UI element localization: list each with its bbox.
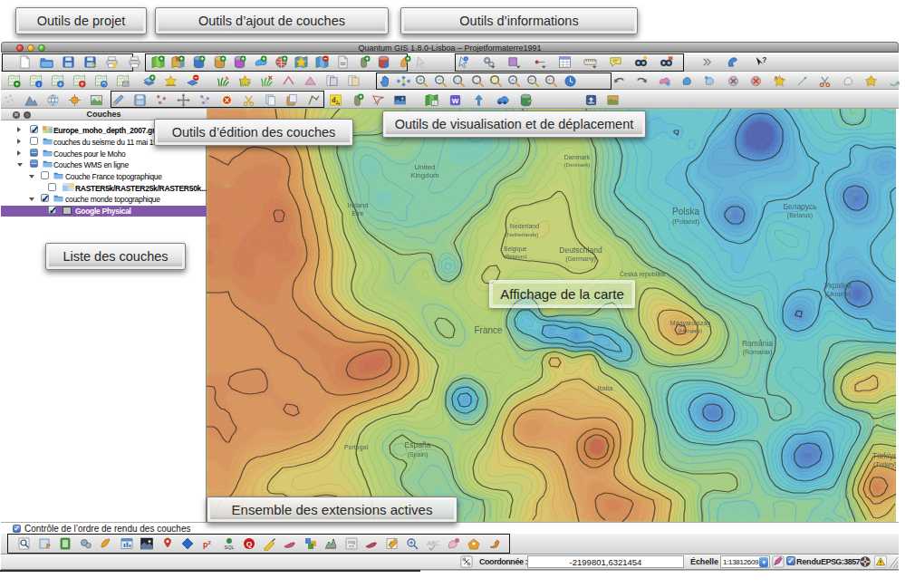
svg-text:Eire: Eire — [352, 209, 363, 217]
svg-text:P: P — [46, 543, 51, 549]
svg-text:(Belarus): (Belarus) — [787, 212, 813, 219]
svg-text:(Germany): (Germany) — [565, 255, 595, 263]
svg-text:Portugal: Portugal — [344, 444, 369, 451]
svg-text:România: România — [742, 339, 773, 348]
svg-text:W: W — [451, 97, 458, 105]
svg-text:ABC: ABC — [426, 540, 440, 546]
svg-text:Ireland: Ireland — [348, 201, 369, 209]
svg-text:Česká republika: Česká republika — [620, 270, 665, 278]
svg-text:Deutschland: Deutschland — [559, 246, 602, 255]
svg-text:Україна: Україна — [824, 281, 852, 290]
svg-text:France: France — [474, 325, 503, 335]
svg-text:(Belgium): (Belgium) — [504, 254, 527, 259]
svg-text:Italia: Italia — [598, 384, 613, 392]
svg-text:(Romania): (Romania) — [743, 349, 773, 356]
svg-text:Беларусь: Беларусь — [783, 202, 817, 211]
svg-text:Kingdom: Kingdom — [410, 171, 439, 179]
svg-text:i: i — [465, 56, 466, 61]
svg-text:SQL: SQL — [224, 545, 234, 550]
svg-text:Q: Q — [246, 540, 252, 548]
svg-text:?: ? — [762, 55, 766, 64]
svg-text:(Poland): (Poland) — [672, 217, 700, 226]
svg-text:Magyarország: Magyarország — [670, 320, 710, 327]
svg-text:i: i — [37, 81, 39, 87]
svg-text:España: España — [405, 440, 431, 449]
svg-text:(Netherlands): (Netherlands) — [506, 232, 538, 237]
svg-text:United: United — [414, 163, 435, 171]
svg-text:Belgique: Belgique — [504, 246, 527, 253]
svg-text:(Turkey): (Turkey) — [873, 461, 896, 468]
svg-text:Türkiye: Türkiye — [872, 451, 896, 460]
svg-text:(Hungary): (Hungary) — [679, 328, 703, 333]
svg-text:Danmark: Danmark — [564, 154, 591, 160]
svg-text:(Spain): (Spain) — [408, 451, 429, 458]
svg-text:Polska: Polska — [672, 207, 699, 217]
svg-text:Nederland: Nederland — [510, 223, 539, 229]
svg-text:(Denmark): (Denmark) — [564, 162, 590, 168]
svg-text:<>: <> — [349, 545, 354, 549]
svg-text:(Ukraine): (Ukraine) — [825, 291, 852, 298]
svg-text:p2: p2 — [203, 540, 212, 549]
